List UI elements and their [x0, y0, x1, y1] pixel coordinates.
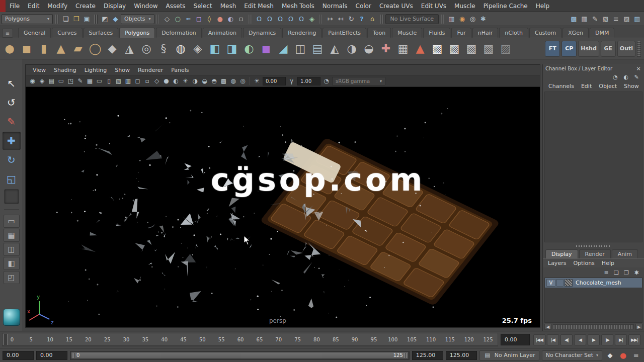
- scroll-right-icon[interactable]: ▶: [635, 324, 642, 330]
- last-tool-slot[interactable]: [4, 189, 19, 204]
- safe-title-icon[interactable]: ▫: [142, 76, 152, 86]
- separate-icon[interactable]: ◨: [223, 40, 240, 58]
- shadows-icon[interactable]: ◑: [190, 76, 200, 86]
- auto-keyframe-button[interactable]: ●: [618, 350, 628, 361]
- close-icon[interactable]: ×: [635, 65, 641, 72]
- motion-blur-icon[interactable]: ◓: [209, 76, 219, 86]
- output-connections-icon[interactable]: ↤: [336, 14, 346, 25]
- bridge-icon[interactable]: ◫: [292, 40, 309, 58]
- selection-mask-dropdown[interactable]: Objects ▾: [121, 14, 154, 24]
- poly-sphere-icon[interactable]: ●: [1, 40, 18, 58]
- shelf-tab[interactable]: Fur: [451, 28, 471, 38]
- layer-editor-tab[interactable]: Anim: [612, 249, 638, 258]
- panel-menu-item[interactable]: Shading: [50, 67, 80, 73]
- current-frame-field[interactable]: 0.00: [501, 334, 530, 345]
- toolbar-grip[interactable]: [94, 15, 98, 24]
- menu-item[interactable]: Normals: [318, 0, 352, 12]
- poly-prism-icon[interactable]: ◆: [104, 40, 121, 58]
- playback-start-field[interactable]: 0.00: [36, 351, 67, 360]
- shelf-tab[interactable]: DMM: [590, 28, 614, 38]
- mask-handles-icon[interactable]: ◇: [162, 14, 173, 25]
- paint-effects-icon[interactable]: ✎: [590, 14, 600, 25]
- channel-list-area[interactable]: [544, 92, 642, 242]
- new-layer-from-selected-icon[interactable]: ❐: [622, 268, 630, 277]
- channel-box-icon[interactable]: ▥: [632, 14, 642, 25]
- pan-zoom-2d-icon[interactable]: ◳: [66, 76, 75, 86]
- panel-menu-item[interactable]: Lighting: [80, 67, 111, 73]
- menu-item[interactable]: Select: [190, 0, 216, 12]
- lock-selection-icon[interactable]: ⌂: [367, 14, 378, 25]
- toolbar-grip[interactable]: [156, 15, 160, 24]
- flip-icon[interactable]: ◒: [360, 40, 377, 58]
- poly-pyramid-icon[interactable]: ◮: [121, 40, 138, 58]
- shelf-custom-button[interactable]: GE: [601, 41, 616, 57]
- poly-helix-icon[interactable]: §: [155, 40, 172, 58]
- layout-single-pane-button[interactable]: ▭: [4, 215, 20, 228]
- poly-pipe-icon[interactable]: ◎: [138, 40, 155, 58]
- toolbar-grip[interactable]: [380, 15, 383, 24]
- menu-item[interactable]: Edit UVs: [417, 0, 450, 12]
- poly-cylinder-icon[interactable]: ▮: [35, 40, 52, 58]
- snap-to-point-icon[interactable]: Ω: [275, 14, 286, 25]
- playback-end-field[interactable]: 125.00: [412, 351, 443, 360]
- menu-item[interactable]: Muscle: [450, 0, 479, 12]
- scroll-left-icon[interactable]: ◀: [544, 324, 551, 330]
- shelf-custom-button[interactable]: Hshd: [578, 41, 599, 57]
- mask-curves-icon[interactable]: ≈: [183, 14, 194, 25]
- shelf-tab[interactable]: Dynamics: [243, 28, 281, 38]
- save-scene-icon[interactable]: ▣: [82, 14, 92, 25]
- channel-box-menu-item[interactable]: Edit: [578, 83, 595, 89]
- uv-snapshot-icon[interactable]: ▨: [497, 40, 514, 58]
- new-empty-layer-icon[interactable]: ❏: [612, 268, 620, 277]
- layer-visibility-toggle[interactable]: V: [546, 279, 555, 287]
- modeling-toolkit-icon[interactable]: ▩: [569, 14, 579, 25]
- channel-box-menu-item[interactable]: Show: [621, 83, 642, 89]
- toolbar-grip[interactable]: [441, 15, 444, 24]
- menu-item[interactable]: Create UVs: [375, 0, 417, 12]
- shelf-tab[interactable]: nHair: [472, 28, 499, 38]
- toolbar-grip[interactable]: [319, 15, 323, 24]
- shelf-custom-button[interactable]: CP: [561, 41, 577, 57]
- shelf-tab[interactable]: nCloth: [499, 28, 528, 38]
- image-plane-icon[interactable]: ▭: [56, 76, 66, 86]
- render-settings-icon[interactable]: ✱: [478, 14, 489, 25]
- shelf-tab[interactable]: Rendering: [282, 28, 321, 38]
- layer-playback-toggle[interactable]: [556, 279, 564, 287]
- snap-to-view-plane-icon[interactable]: Ω: [296, 14, 307, 25]
- layer-editor-tab[interactable]: Render: [579, 249, 611, 258]
- range-slider[interactable]: 0 125: [70, 351, 410, 360]
- select-object-icon[interactable]: ◆: [110, 14, 121, 25]
- play-backwards-button[interactable]: ◀: [574, 334, 586, 345]
- smooth-icon[interactable]: ◐: [240, 40, 258, 58]
- mask-joints-icon[interactable]: ○: [173, 14, 183, 25]
- menu-item[interactable]: Color: [352, 0, 375, 12]
- screen-space-ao-icon[interactable]: ◒: [200, 76, 209, 86]
- shelf-tab[interactable]: PaintEffects: [323, 28, 366, 38]
- layer-editor-menu-item[interactable]: Options: [570, 260, 597, 266]
- snap-to-grid-icon[interactable]: Ω: [254, 14, 265, 25]
- play-forwards-button[interactable]: ▶: [588, 334, 600, 345]
- exposure-field[interactable]: 0.00: [263, 77, 286, 85]
- shelf-tab[interactable]: Deformation: [156, 28, 202, 38]
- camera-bookmark-icon[interactable]: ▤: [47, 76, 56, 86]
- channel-speed-icon[interactable]: ◔: [611, 73, 619, 81]
- gamma-icon[interactable]: γ: [287, 76, 296, 86]
- menu-set-dropdown[interactable]: Polygons ▾: [2, 14, 53, 24]
- shelf-tab[interactable]: Custom: [529, 28, 561, 38]
- scroll-track[interactable]: [553, 324, 634, 329]
- scale-tool[interactable]: ◱: [3, 170, 21, 188]
- toolbar-grip[interactable]: [55, 15, 58, 24]
- mirror-geometry-icon[interactable]: ◑: [343, 40, 360, 58]
- toolbar-grip[interactable]: [249, 15, 252, 24]
- interactive-split-icon[interactable]: ◼: [258, 40, 275, 58]
- lasso-tool[interactable]: ↺: [3, 94, 21, 112]
- construction-history-icon[interactable]: ↻: [346, 14, 357, 25]
- set-key-icon[interactable]: ◆: [605, 350, 615, 361]
- booleans-icon[interactable]: ◭: [326, 40, 343, 58]
- layer-editor-tab[interactable]: Display: [545, 249, 578, 258]
- snap-to-projected-center-icon[interactable]: Ω: [286, 14, 296, 25]
- go-to-start-button[interactable]: |◀◀: [533, 334, 545, 345]
- make-live-icon[interactable]: ◈: [307, 14, 317, 25]
- open-scene-icon[interactable]: ❒: [71, 14, 82, 25]
- layer-mode-icon[interactable]: ≡: [602, 268, 610, 277]
